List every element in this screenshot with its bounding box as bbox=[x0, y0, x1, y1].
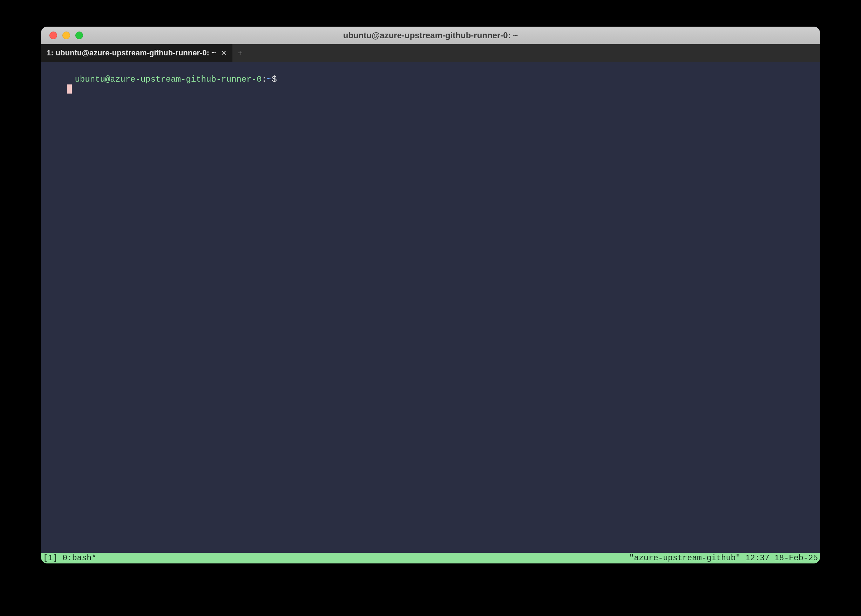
fullscreen-window-button[interactable] bbox=[76, 31, 83, 39]
tab-label: 1: ubuntu@azure-upstream-github-runner-0… bbox=[47, 48, 216, 57]
plus-icon: + bbox=[238, 48, 242, 58]
terminal-window: ubuntu@azure-upstream-github-runner-0: ~… bbox=[41, 27, 820, 563]
prompt-line: ubuntu@azure-upstream-github-runner-0:~$ bbox=[44, 75, 277, 94]
titlebar: ubuntu@azure-upstream-github-runner-0: ~ bbox=[41, 27, 820, 44]
traffic-lights bbox=[41, 31, 83, 39]
statusbar-right: "azure-upstream-github" 12:37 18-Feb-25 bbox=[629, 554, 818, 563]
cursor-icon bbox=[67, 85, 72, 94]
minimize-window-button[interactable] bbox=[62, 31, 70, 39]
close-icon[interactable]: ✕ bbox=[221, 49, 227, 57]
prompt-path: ~ bbox=[267, 75, 272, 84]
new-tab-button[interactable]: + bbox=[233, 44, 248, 62]
tabbar: 1: ubuntu@azure-upstream-github-runner-0… bbox=[41, 44, 820, 62]
window-title: ubuntu@azure-upstream-github-runner-0: ~ bbox=[41, 30, 820, 40]
prompt-dollar: $ bbox=[272, 75, 277, 84]
prompt-host: ubuntu@azure-upstream-github-runner-0 bbox=[75, 75, 261, 84]
statusbar-left: [1] 0:bash* bbox=[43, 554, 96, 563]
tmux-statusbar: [1] 0:bash* "azure-upstream-github" 12:3… bbox=[41, 553, 820, 563]
prompt-colon: : bbox=[261, 75, 266, 84]
terminal-area[interactable]: ubuntu@azure-upstream-github-runner-0:~$ bbox=[41, 62, 820, 553]
terminal-tab[interactable]: 1: ubuntu@azure-upstream-github-runner-0… bbox=[41, 44, 233, 62]
close-window-button[interactable] bbox=[49, 31, 57, 39]
